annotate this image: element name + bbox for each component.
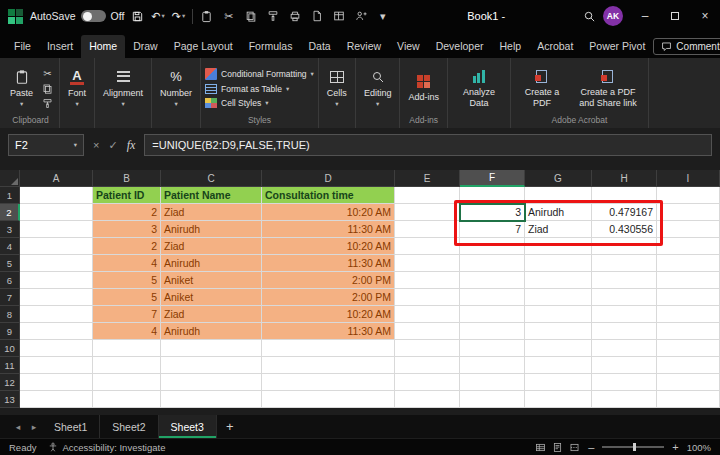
- cell-A9[interactable]: [20, 323, 93, 340]
- paste-button[interactable]: Paste ▾: [6, 67, 37, 108]
- row-header-1[interactable]: 1: [0, 187, 20, 204]
- new-sheet-button[interactable]: +: [217, 415, 243, 438]
- cell-H4[interactable]: [592, 238, 657, 255]
- new-document-icon[interactable]: [310, 9, 323, 23]
- cell-H6[interactable]: [592, 272, 657, 289]
- formula-input[interactable]: =UNIQUE(B2:D9,FALSE,TRUE): [144, 134, 712, 156]
- cell-C1[interactable]: Patient Name: [161, 187, 262, 204]
- cell-I13[interactable]: [657, 391, 720, 408]
- cell-B9[interactable]: 4: [93, 323, 161, 340]
- cell-B10[interactable]: [93, 340, 161, 357]
- cell-E11[interactable]: [395, 357, 460, 374]
- copy-icon[interactable]: [244, 9, 257, 23]
- cell-E6[interactable]: [395, 272, 460, 289]
- cell-D11[interactable]: [262, 357, 395, 374]
- sheet-tab-sheet1[interactable]: Sheet1: [42, 415, 100, 438]
- cell-D7[interactable]: 2:00 PM: [262, 289, 395, 306]
- search-icon[interactable]: [583, 9, 596, 23]
- cell-E3[interactable]: [395, 221, 460, 238]
- cells-button[interactable]: Cells ▾: [323, 67, 351, 108]
- cell-A1[interactable]: [20, 187, 93, 204]
- cell-E13[interactable]: [395, 391, 460, 408]
- cell-G8[interactable]: [525, 306, 592, 323]
- cell-F10[interactable]: [460, 340, 525, 357]
- sheet-tab-sheet2[interactable]: Sheet2: [100, 415, 158, 438]
- cell-D8[interactable]: 10:20 AM: [262, 306, 395, 323]
- cell-H9[interactable]: [592, 323, 657, 340]
- cell-F1[interactable]: [460, 187, 525, 204]
- cell-I9[interactable]: [657, 323, 720, 340]
- tab-insert[interactable]: Insert: [39, 35, 81, 58]
- cell-C10[interactable]: [161, 340, 262, 357]
- cell-D6[interactable]: 2:00 PM: [262, 272, 395, 289]
- cell-A13[interactable]: [20, 391, 93, 408]
- number-button[interactable]: % Number ▾: [156, 67, 196, 108]
- normal-view-icon[interactable]: [535, 442, 546, 453]
- more-commands-icon[interactable]: ▾: [376, 9, 389, 23]
- comments-button[interactable]: Comments: [653, 38, 720, 55]
- page-break-view-icon[interactable]: [569, 442, 580, 453]
- column-header-B[interactable]: B: [93, 170, 161, 187]
- column-header-G[interactable]: G: [525, 170, 592, 187]
- format-painter-icon[interactable]: [266, 9, 279, 23]
- cell-I11[interactable]: [657, 357, 720, 374]
- cell-I2[interactable]: [657, 204, 720, 221]
- cell-B6[interactable]: 5: [93, 272, 161, 289]
- row-header-11[interactable]: 11: [0, 357, 20, 374]
- cell-C9[interactable]: Anirudh: [161, 323, 262, 340]
- cell-B5[interactable]: 4: [93, 255, 161, 272]
- cell-E12[interactable]: [395, 374, 460, 391]
- tab-power-pivot[interactable]: Power Pivot: [581, 35, 653, 58]
- cell-F9[interactable]: [460, 323, 525, 340]
- row-header-2[interactable]: 2: [0, 204, 20, 221]
- tab-formulas[interactable]: Formulas: [241, 35, 301, 58]
- font-button[interactable]: A Font ▾: [64, 67, 90, 108]
- cell-H3[interactable]: 0.430556: [592, 221, 657, 238]
- analyze-data-button[interactable]: Analyze Data: [452, 66, 506, 108]
- cell-C8[interactable]: Ziad: [161, 306, 262, 323]
- cell-C3[interactable]: Anirudh: [161, 221, 262, 238]
- column-header-A[interactable]: A: [20, 170, 93, 187]
- format-painter-icon[interactable]: [40, 98, 55, 110]
- tab-help[interactable]: Help: [492, 35, 530, 58]
- cell-A12[interactable]: [20, 374, 93, 391]
- column-header-I[interactable]: I: [657, 170, 720, 187]
- row-header-4[interactable]: 4: [0, 238, 20, 255]
- column-header-E[interactable]: E: [395, 170, 460, 187]
- cell-B3[interactable]: 3: [93, 221, 161, 238]
- tab-view[interactable]: View: [389, 35, 428, 58]
- cell-F8[interactable]: [460, 306, 525, 323]
- cell-A8[interactable]: [20, 306, 93, 323]
- page-layout-view-icon[interactable]: [552, 442, 563, 453]
- cell-D1[interactable]: Consultation time: [262, 187, 395, 204]
- cut-icon[interactable]: ✂: [40, 68, 55, 80]
- tab-review[interactable]: Review: [339, 35, 389, 58]
- cell-D13[interactable]: [262, 391, 395, 408]
- cell-G1[interactable]: [525, 187, 592, 204]
- cell-E5[interactable]: [395, 255, 460, 272]
- cell-F5[interactable]: [460, 255, 525, 272]
- cell-C2[interactable]: Ziad: [161, 204, 262, 221]
- cancel-icon[interactable]: ×: [93, 139, 99, 151]
- print-icon[interactable]: [288, 9, 301, 23]
- copy-icon[interactable]: [40, 83, 55, 95]
- cell-B11[interactable]: [93, 357, 161, 374]
- tab-file[interactable]: File: [6, 35, 39, 58]
- cell-F13[interactable]: [460, 391, 525, 408]
- column-header-H[interactable]: H: [592, 170, 657, 187]
- tab-data[interactable]: Data: [300, 35, 338, 58]
- create-pdf-button[interactable]: Create a PDF: [515, 66, 569, 108]
- close-button[interactable]: ×: [690, 0, 720, 32]
- cell-B2[interactable]: 2: [93, 204, 161, 221]
- scissors-icon[interactable]: ✂: [222, 9, 235, 23]
- zoom-in-button[interactable]: +: [672, 442, 678, 453]
- cell-F2[interactable]: 3: [460, 204, 525, 221]
- cell-C12[interactable]: [161, 374, 262, 391]
- sheet-tab-sheet3[interactable]: Sheet3: [159, 415, 217, 438]
- cell-G12[interactable]: [525, 374, 592, 391]
- cell-G4[interactable]: [525, 238, 592, 255]
- cell-E10[interactable]: [395, 340, 460, 357]
- cell-C4[interactable]: Ziad: [161, 238, 262, 255]
- cell-A2[interactable]: [20, 204, 93, 221]
- cell-E8[interactable]: [395, 306, 460, 323]
